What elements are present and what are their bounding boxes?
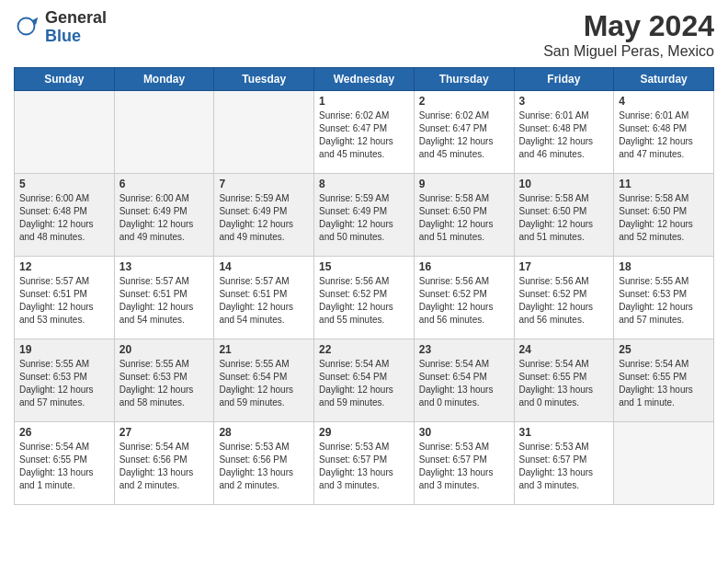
day-header-tuesday: Tuesday bbox=[214, 68, 314, 91]
day-number: 23 bbox=[419, 343, 509, 356]
logo-icon bbox=[14, 14, 41, 41]
day-number: 18 bbox=[619, 260, 709, 273]
calendar-cell bbox=[214, 91, 314, 174]
calendar-cell: 6Sunrise: 6:00 AM Sunset: 6:49 PM Daylig… bbox=[114, 174, 214, 257]
day-number: 16 bbox=[419, 260, 509, 273]
day-info: Sunrise: 5:57 AM Sunset: 6:51 PM Dayligh… bbox=[119, 275, 210, 327]
day-header-monday: Monday bbox=[114, 68, 214, 91]
week-row-2: 5Sunrise: 6:00 AM Sunset: 6:48 PM Daylig… bbox=[15, 174, 714, 257]
calendar-cell: 4Sunrise: 6:01 AM Sunset: 6:48 PM Daylig… bbox=[614, 91, 714, 174]
day-number: 25 bbox=[619, 343, 709, 356]
calendar-cell: 8Sunrise: 5:59 AM Sunset: 6:49 PM Daylig… bbox=[314, 174, 415, 257]
day-info: Sunrise: 5:56 AM Sunset: 6:52 PM Dayligh… bbox=[319, 275, 409, 327]
calendar-cell: 24Sunrise: 5:54 AM Sunset: 6:55 PM Dayli… bbox=[514, 339, 614, 422]
week-row-4: 19Sunrise: 5:55 AM Sunset: 6:53 PM Dayli… bbox=[15, 339, 714, 422]
day-header-wednesday: Wednesday bbox=[314, 68, 415, 91]
calendar-cell: 3Sunrise: 6:01 AM Sunset: 6:48 PM Daylig… bbox=[514, 91, 614, 174]
day-number: 24 bbox=[519, 343, 609, 356]
day-info: Sunrise: 6:00 AM Sunset: 6:49 PM Dayligh… bbox=[119, 192, 210, 244]
day-number: 5 bbox=[19, 178, 109, 190]
calendar-cell: 2Sunrise: 6:02 AM Sunset: 6:47 PM Daylig… bbox=[414, 91, 514, 174]
day-number: 11 bbox=[619, 178, 709, 190]
day-number: 3 bbox=[519, 95, 609, 108]
day-number: 30 bbox=[419, 426, 509, 439]
day-info: Sunrise: 5:54 AM Sunset: 6:55 PM Dayligh… bbox=[19, 441, 109, 492]
day-info: Sunrise: 6:02 AM Sunset: 6:47 PM Dayligh… bbox=[419, 109, 509, 161]
logo: General Blue bbox=[14, 9, 107, 46]
day-info: Sunrise: 5:59 AM Sunset: 6:49 PM Dayligh… bbox=[219, 192, 309, 244]
day-info: Sunrise: 5:55 AM Sunset: 6:53 PM Dayligh… bbox=[619, 275, 709, 327]
day-number: 1 bbox=[319, 95, 409, 108]
week-row-1: 1Sunrise: 6:02 AM Sunset: 6:47 PM Daylig… bbox=[15, 91, 714, 174]
day-number: 31 bbox=[519, 426, 609, 439]
day-number: 19 bbox=[19, 343, 109, 356]
page-header: General Blue May 2024 San Miguel Peras, … bbox=[14, 9, 714, 60]
day-info: Sunrise: 5:56 AM Sunset: 6:52 PM Dayligh… bbox=[519, 275, 609, 327]
day-number: 10 bbox=[519, 178, 609, 190]
calendar-cell: 13Sunrise: 5:57 AM Sunset: 6:51 PM Dayli… bbox=[114, 257, 214, 339]
day-info: Sunrise: 5:55 AM Sunset: 6:53 PM Dayligh… bbox=[19, 358, 109, 409]
day-header-friday: Friday bbox=[514, 68, 614, 91]
day-info: Sunrise: 6:01 AM Sunset: 6:48 PM Dayligh… bbox=[519, 109, 609, 161]
logo-general: General bbox=[45, 9, 107, 28]
day-info: Sunrise: 5:58 AM Sunset: 6:50 PM Dayligh… bbox=[619, 192, 709, 244]
calendar-cell bbox=[15, 91, 115, 174]
day-number: 27 bbox=[119, 426, 210, 439]
week-row-3: 12Sunrise: 5:57 AM Sunset: 6:51 PM Dayli… bbox=[15, 257, 714, 339]
day-info: Sunrise: 6:02 AM Sunset: 6:47 PM Dayligh… bbox=[319, 109, 409, 161]
day-header-saturday: Saturday bbox=[614, 68, 714, 91]
day-info: Sunrise: 5:57 AM Sunset: 6:51 PM Dayligh… bbox=[219, 275, 309, 327]
month-title: May 2024 bbox=[543, 9, 714, 43]
day-number: 2 bbox=[419, 95, 509, 108]
day-number: 4 bbox=[619, 95, 709, 108]
calendar-cell: 11Sunrise: 5:58 AM Sunset: 6:50 PM Dayli… bbox=[614, 174, 714, 257]
calendar-cell: 16Sunrise: 5:56 AM Sunset: 6:52 PM Dayli… bbox=[414, 257, 514, 339]
svg-point-0 bbox=[18, 17, 35, 34]
calendar-cell: 22Sunrise: 5:54 AM Sunset: 6:54 PM Dayli… bbox=[314, 339, 415, 422]
day-info: Sunrise: 5:54 AM Sunset: 6:56 PM Dayligh… bbox=[119, 441, 210, 492]
calendar-cell: 27Sunrise: 5:54 AM Sunset: 6:56 PM Dayli… bbox=[114, 422, 214, 505]
calendar-cell: 14Sunrise: 5:57 AM Sunset: 6:51 PM Dayli… bbox=[214, 257, 314, 339]
day-number: 13 bbox=[119, 260, 210, 273]
day-info: Sunrise: 6:00 AM Sunset: 6:48 PM Dayligh… bbox=[19, 192, 109, 244]
day-number: 9 bbox=[419, 178, 509, 190]
calendar-cell: 21Sunrise: 5:55 AM Sunset: 6:54 PM Dayli… bbox=[214, 339, 314, 422]
day-number: 8 bbox=[319, 178, 409, 190]
calendar-cell: 19Sunrise: 5:55 AM Sunset: 6:53 PM Dayli… bbox=[15, 339, 115, 422]
calendar-cell: 30Sunrise: 5:53 AM Sunset: 6:57 PM Dayli… bbox=[414, 422, 514, 505]
calendar-cell: 29Sunrise: 5:53 AM Sunset: 6:57 PM Dayli… bbox=[314, 422, 415, 505]
calendar-cell: 20Sunrise: 5:55 AM Sunset: 6:53 PM Dayli… bbox=[114, 339, 214, 422]
calendar-cell: 28Sunrise: 5:53 AM Sunset: 6:56 PM Dayli… bbox=[214, 422, 314, 505]
day-info: Sunrise: 5:58 AM Sunset: 6:50 PM Dayligh… bbox=[419, 192, 509, 244]
day-info: Sunrise: 5:53 AM Sunset: 6:57 PM Dayligh… bbox=[419, 441, 509, 492]
day-info: Sunrise: 5:55 AM Sunset: 6:53 PM Dayligh… bbox=[119, 358, 210, 409]
day-header-thursday: Thursday bbox=[414, 68, 514, 91]
header-row: SundayMondayTuesdayWednesdayThursdayFrid… bbox=[15, 68, 714, 91]
day-number: 22 bbox=[319, 343, 409, 356]
day-info: Sunrise: 5:54 AM Sunset: 6:55 PM Dayligh… bbox=[619, 358, 709, 409]
day-info: Sunrise: 6:01 AM Sunset: 6:48 PM Dayligh… bbox=[619, 109, 709, 161]
day-info: Sunrise: 5:53 AM Sunset: 6:57 PM Dayligh… bbox=[519, 441, 609, 492]
day-header-sunday: Sunday bbox=[15, 68, 115, 91]
calendar-cell: 9Sunrise: 5:58 AM Sunset: 6:50 PM Daylig… bbox=[414, 174, 514, 257]
day-number: 17 bbox=[519, 260, 609, 273]
day-info: Sunrise: 5:59 AM Sunset: 6:49 PM Dayligh… bbox=[319, 192, 409, 244]
calendar-cell bbox=[614, 422, 714, 505]
calendar-cell: 17Sunrise: 5:56 AM Sunset: 6:52 PM Dayli… bbox=[514, 257, 614, 339]
day-number: 14 bbox=[219, 260, 309, 273]
day-info: Sunrise: 5:54 AM Sunset: 6:54 PM Dayligh… bbox=[319, 358, 409, 409]
calendar-cell: 10Sunrise: 5:58 AM Sunset: 6:50 PM Dayli… bbox=[514, 174, 614, 257]
day-number: 26 bbox=[19, 426, 109, 439]
day-info: Sunrise: 5:54 AM Sunset: 6:54 PM Dayligh… bbox=[419, 358, 509, 409]
day-number: 28 bbox=[219, 426, 309, 439]
calendar-cell: 7Sunrise: 5:59 AM Sunset: 6:49 PM Daylig… bbox=[214, 174, 314, 257]
calendar-cell: 23Sunrise: 5:54 AM Sunset: 6:54 PM Dayli… bbox=[414, 339, 514, 422]
day-number: 21 bbox=[219, 343, 309, 356]
day-info: Sunrise: 5:55 AM Sunset: 6:54 PM Dayligh… bbox=[219, 358, 309, 409]
calendar-cell: 1Sunrise: 6:02 AM Sunset: 6:47 PM Daylig… bbox=[314, 91, 415, 174]
day-number: 12 bbox=[19, 260, 109, 273]
day-info: Sunrise: 5:53 AM Sunset: 6:56 PM Dayligh… bbox=[219, 441, 309, 492]
calendar-cell: 31Sunrise: 5:53 AM Sunset: 6:57 PM Dayli… bbox=[514, 422, 614, 505]
calendar-cell: 15Sunrise: 5:56 AM Sunset: 6:52 PM Dayli… bbox=[314, 257, 415, 339]
calendar-table: SundayMondayTuesdayWednesdayThursdayFrid… bbox=[14, 67, 714, 505]
